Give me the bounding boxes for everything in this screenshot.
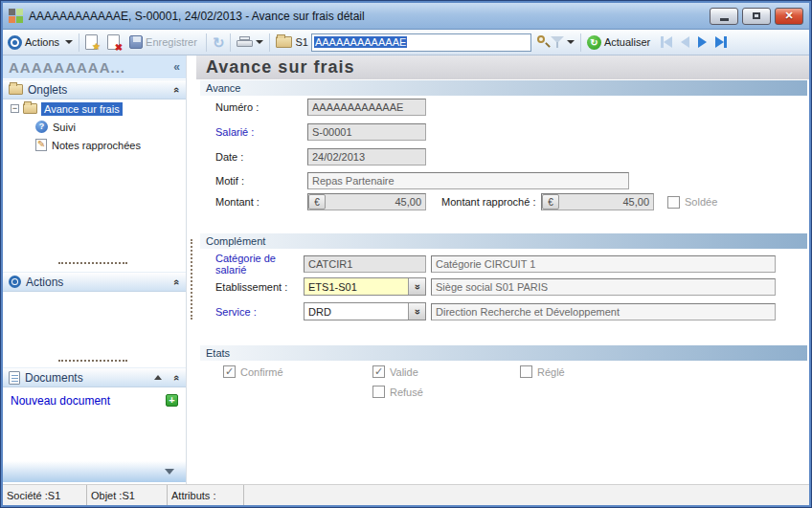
search-icon[interactable]: [535, 34, 551, 50]
toolbar: Actions ★ ✖ Enregistrer ↻ S1 AAAAAAAAAAA…: [3, 30, 809, 55]
numero-label: Numéro :: [215, 101, 307, 113]
new-document-button[interactable]: ★: [85, 34, 98, 50]
numero-input[interactable]: AAAAAAAAAAAAE: [307, 99, 426, 116]
refuse-checkbox[interactable]: Refusé: [372, 386, 423, 398]
salarie-label: Salarié :: [215, 126, 307, 138]
filter-icon[interactable]: [551, 35, 564, 49]
save-button[interactable]: Enregistrer: [146, 36, 197, 48]
folder-icon[interactable]: [276, 36, 292, 48]
motif-input[interactable]: Repas Partenaire: [307, 172, 629, 189]
printer-icon[interactable]: [237, 36, 253, 49]
window-title: AAAAAAAAAAAAE, S-00001, 24/02/2013 - Ava…: [29, 10, 365, 23]
splitter-grip[interactable]: [191, 239, 192, 320]
field-row-categorie: Catégorie de salarié CATCIR1 Catégorie C…: [215, 253, 776, 276]
service-value: DRD: [304, 303, 408, 320]
soldee-checkbox[interactable]: Soldée: [667, 196, 717, 209]
restore-icon: [753, 12, 760, 19]
refresh-green-icon[interactable]: ↻: [587, 35, 601, 50]
refresh-button[interactable]: Actualiser: [604, 36, 650, 48]
separator: [230, 33, 231, 52]
categorie-input[interactable]: CATCIR1: [304, 255, 426, 273]
tree-item-label[interactable]: Notes rapprochées: [52, 140, 141, 151]
drag-separator[interactable]: [58, 360, 127, 362]
tree-item-label[interactable]: Avance sur frais: [41, 102, 123, 116]
refuse-label: Refusé: [390, 387, 423, 398]
section-header-complement: Complément: [200, 233, 807, 249]
checkbox-icon[interactable]: [667, 196, 680, 209]
last-record-button[interactable]: [715, 36, 727, 48]
etablissement-value: ETS1-S01: [304, 278, 408, 295]
close-button[interactable]: ✕: [775, 8, 803, 25]
sidebar-section-onglets[interactable]: Onglets «: [3, 79, 186, 99]
printer-dropdown-icon[interactable]: [256, 40, 263, 44]
categorie-description: Catégorie CIRCUIT 1: [431, 255, 776, 273]
actions-menu[interactable]: Actions: [25, 36, 59, 48]
scroll-down-icon[interactable]: [165, 469, 174, 475]
euro-button[interactable]: €: [308, 194, 326, 210]
drag-separator[interactable]: [58, 262, 127, 264]
checkbox-icon[interactable]: [520, 365, 532, 378]
folder-icon: [23, 103, 37, 114]
date-label: Date :: [215, 151, 307, 163]
sort-up-icon[interactable]: [154, 375, 162, 380]
sidebar-section-actions[interactable]: Actions «: [3, 272, 186, 292]
motif-label: Motif :: [215, 175, 307, 187]
confirme-label: Confirmé: [240, 366, 283, 378]
section-title: Etats: [206, 347, 230, 359]
euro-button[interactable]: €: [542, 194, 559, 210]
salarie-input[interactable]: S-00001: [307, 123, 426, 141]
minimize-icon: [720, 18, 729, 21]
combo-dropdown-button[interactable]: «: [408, 303, 425, 320]
checkbox-icon[interactable]: ✓: [372, 365, 385, 378]
sidebar-section-documents[interactable]: Documents «: [3, 367, 186, 387]
valide-checkbox[interactable]: ✓ Valide: [372, 365, 418, 378]
filter-dropdown-icon[interactable]: [567, 40, 575, 44]
separator: [580, 33, 581, 52]
chevron-down-icon[interactable]: [65, 40, 73, 44]
minimize-button[interactable]: [710, 8, 738, 25]
categorie-label: Catégorie de salarié: [215, 253, 304, 276]
montant-rapproche-input[interactable]: € 45,00: [541, 193, 654, 210]
new-document-link[interactable]: Nouveau document: [11, 394, 110, 408]
montant-input[interactable]: € 45,00: [307, 193, 426, 210]
section-title: Avance: [206, 82, 241, 94]
checkbox-icon[interactable]: [372, 386, 385, 398]
collapse-section-icon[interactable]: «: [171, 374, 183, 380]
refresh-icon[interactable]: ↻: [213, 35, 225, 50]
previous-record-button[interactable]: [681, 36, 689, 48]
sidebar-splitter[interactable]: [187, 55, 196, 484]
confirme-checkbox[interactable]: ✓ Confirmé: [223, 365, 283, 378]
delete-button[interactable]: ✖: [107, 34, 120, 50]
collapse-section-icon[interactable]: «: [171, 278, 183, 284]
sidebar-footer: [3, 461, 186, 482]
first-record-button[interactable]: [661, 36, 672, 48]
montant-rapproche-value: 45,00: [559, 194, 653, 210]
service-label: Service :: [215, 306, 304, 318]
tree-item-avance-sur-frais[interactable]: − Avance sur frais: [3, 99, 186, 118]
save-icon[interactable]: [129, 35, 143, 49]
combo-dropdown-button[interactable]: «: [408, 278, 425, 295]
collapse-sidebar-icon[interactable]: «: [173, 60, 180, 74]
search-input[interactable]: AAAAAAAAAAAAE: [311, 33, 531, 52]
valide-label: Valide: [390, 366, 418, 378]
onglets-label: Onglets: [28, 83, 67, 97]
montant-value: 45,00: [326, 194, 425, 210]
tree-item-notes-rapprochees[interactable]: Notes rapprochées: [3, 136, 186, 154]
tree-item-suivi[interactable]: ? Suivi: [3, 118, 186, 136]
restore-button[interactable]: [742, 8, 771, 25]
next-record-button[interactable]: [698, 36, 707, 48]
etablissement-combo[interactable]: ETS1-S01 «: [304, 277, 426, 296]
separator: [206, 33, 207, 52]
checkbox-icon[interactable]: ✓: [223, 365, 236, 378]
document-icon: [9, 371, 20, 385]
collapse-section-icon[interactable]: «: [171, 86, 183, 92]
date-input[interactable]: 24/02/2013: [307, 148, 426, 166]
star-icon: ★: [92, 42, 101, 52]
note-icon: [35, 139, 47, 151]
regle-checkbox[interactable]: Réglé: [520, 365, 565, 378]
tree-expander-icon[interactable]: −: [11, 104, 19, 113]
service-combo[interactable]: DRD «: [304, 302, 426, 320]
tree-item-label[interactable]: Suivi: [53, 121, 76, 133]
add-document-icon[interactable]: +: [166, 394, 178, 407]
help-icon: ?: [35, 121, 48, 133]
